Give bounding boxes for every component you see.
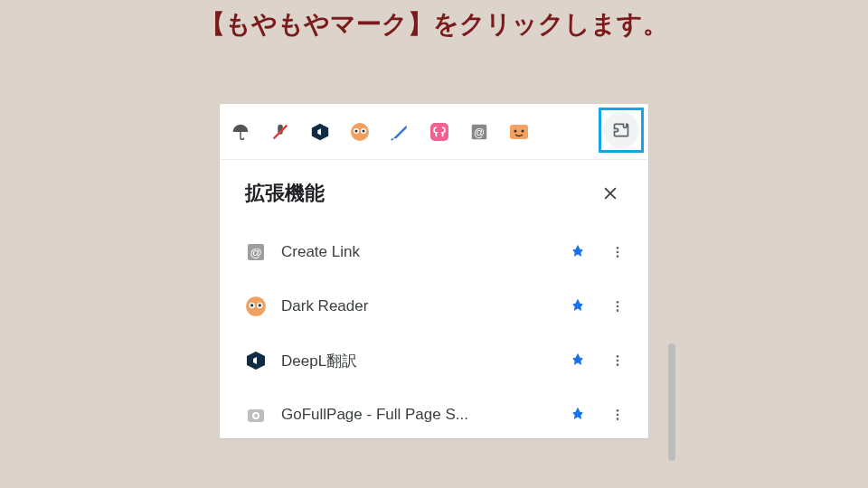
- dark-reader-icon: [243, 294, 269, 319]
- svg-point-29: [617, 305, 619, 308]
- umbrella-icon[interactable]: [229, 120, 252, 144]
- svg-point-30: [617, 309, 619, 312]
- extension-label: Create Link: [281, 243, 551, 261]
- svg-point-15: [522, 129, 524, 132]
- extensions-button[interactable]: [603, 112, 639, 148]
- svg-point-28: [617, 301, 619, 304]
- more-button[interactable]: [605, 400, 630, 429]
- svg-point-26: [250, 304, 253, 306]
- feather-icon[interactable]: [388, 120, 411, 144]
- extension-label: DeepL翻訳: [281, 351, 551, 371]
- list-item[interactable]: Dark Reader: [227, 279, 641, 333]
- deepl-translate-icon: [243, 348, 269, 373]
- pin-button[interactable]: [563, 400, 592, 429]
- svg-point-27: [259, 304, 261, 306]
- panel-title: 拡張機能: [245, 180, 325, 207]
- svg-text:@: @: [474, 126, 485, 138]
- list-item[interactable]: GoFullPage - Full Page S...: [227, 388, 641, 442]
- svg-point-7: [355, 129, 358, 132]
- brain-icon[interactable]: [428, 120, 451, 144]
- toolbar-icons: @: [229, 120, 531, 144]
- svg-point-35: [617, 363, 619, 366]
- face-icon[interactable]: [507, 120, 531, 144]
- list-item[interactable]: DeepL翻訳: [227, 333, 641, 388]
- svg-point-22: [617, 255, 619, 258]
- darkreader-icon[interactable]: [348, 120, 372, 144]
- extension-label: GoFullPage - Full Page S...: [281, 406, 551, 424]
- link-at-icon[interactable]: @: [467, 120, 491, 144]
- more-button[interactable]: [605, 238, 630, 267]
- extension-label: Dark Reader: [281, 297, 551, 315]
- svg-point-38: [254, 414, 258, 418]
- create-link-icon: @: [243, 239, 269, 265]
- svg-point-4: [351, 123, 369, 141]
- scrollbar[interactable]: [666, 208, 679, 488]
- pin-button[interactable]: [563, 346, 592, 375]
- panel-header: 拡張機能: [220, 160, 648, 214]
- svg-line-9: [392, 138, 393, 140]
- more-button[interactable]: [605, 346, 630, 375]
- svg-point-8: [363, 129, 365, 132]
- svg-rect-10: [430, 123, 448, 141]
- svg-text:@: @: [250, 246, 261, 259]
- svg-point-40: [617, 414, 619, 417]
- mic-off-icon[interactable]: [269, 120, 292, 144]
- svg-point-23: [246, 296, 266, 316]
- instruction-text: 【もやもやマーク】をクリックします。: [0, 7, 868, 42]
- more-button[interactable]: [605, 292, 630, 321]
- gofullpage-icon: [243, 402, 269, 427]
- scrollbar-thumb[interactable]: [668, 343, 675, 461]
- list-item[interactable]: @ Create Link: [227, 225, 641, 279]
- extensions-list: @ Create Link Dark Reader: [220, 214, 648, 442]
- svg-point-33: [617, 355, 619, 358]
- svg-point-20: [617, 247, 619, 249]
- toolbar-strip: @: [220, 104, 648, 160]
- svg-point-34: [617, 360, 619, 362]
- svg-point-41: [617, 418, 619, 420]
- pin-button[interactable]: [563, 238, 592, 267]
- close-button[interactable]: [598, 181, 623, 206]
- svg-point-39: [617, 409, 619, 412]
- svg-rect-13: [510, 125, 528, 139]
- pin-button[interactable]: [563, 292, 592, 321]
- deepl-icon[interactable]: [308, 120, 332, 144]
- extensions-popup: @ 拡張機能 @ Create Link: [220, 104, 648, 438]
- svg-point-14: [514, 129, 517, 132]
- svg-point-21: [617, 251, 619, 254]
